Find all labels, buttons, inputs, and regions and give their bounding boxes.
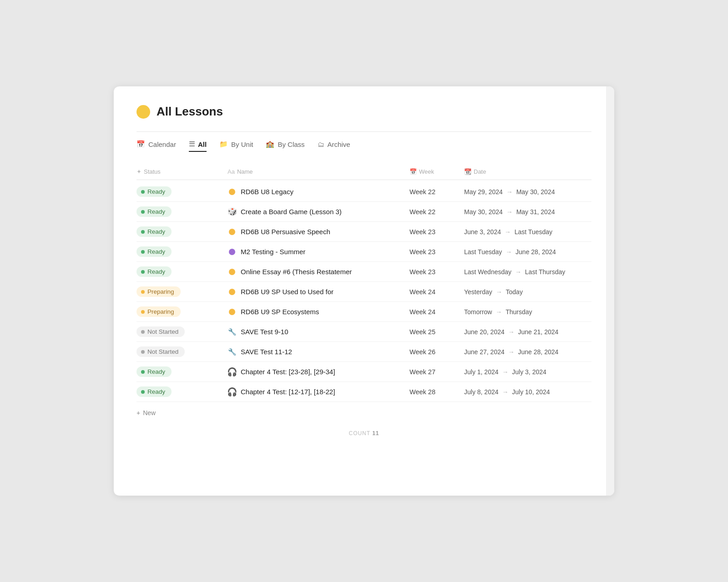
lesson-name: Chapter 4 Test: [12-17], [18-22] xyxy=(241,388,335,396)
lessons-table: ✦ Status Aa Name 📅 Week 📆 Date Ready xyxy=(136,166,592,419)
lesson-dot-icon xyxy=(228,289,237,295)
status-cell: Ready xyxy=(136,226,228,237)
lesson-dot-icon xyxy=(228,229,237,235)
week-cell: Week 23 xyxy=(410,248,464,256)
tab-calendar-label: Calendar xyxy=(148,140,176,148)
count-footer: COUNT 11 xyxy=(136,430,592,436)
name-cell[interactable]: M2 Testing - Summer xyxy=(228,248,410,256)
week-cell: Week 25 xyxy=(410,328,464,336)
week-cell: Week 24 xyxy=(410,288,464,296)
date-cell: May 29, 2024 → May 30, 2024 xyxy=(464,188,592,196)
table-row[interactable]: Not Started 🔧 SAVE Test 11-12 Week 26 Ju… xyxy=(136,342,592,362)
name-cell[interactable]: 🎲 Create a Board Game (Lesson 3) xyxy=(228,207,410,216)
status-badge: Ready xyxy=(136,246,172,257)
table-row[interactable]: Ready Online Essay #6 (Thesis Restatemer… xyxy=(136,262,592,282)
tab-all-label: All xyxy=(198,140,207,148)
arrow-icon: → xyxy=(504,248,514,256)
name-cell[interactable]: RD6B U8 Legacy xyxy=(228,188,410,196)
badge-dot xyxy=(141,350,145,354)
arrow-icon: → xyxy=(505,208,515,216)
table-row[interactable]: Ready 🎧 Chapter 4 Test: [23-28], [29-34]… xyxy=(136,362,592,382)
week-cell: Week 28 xyxy=(410,388,464,396)
date-cell: June 3, 2024 → Last Tuesday xyxy=(464,228,592,236)
name-cell[interactable]: 🎧 Chapter 4 Test: [12-17], [18-22] xyxy=(228,387,410,397)
status-label: Preparing xyxy=(147,308,174,315)
status-label: Ready xyxy=(147,388,165,395)
name-cell[interactable]: Online Essay #6 (Thesis Restatemer xyxy=(228,268,410,276)
arrow-icon: → xyxy=(500,388,511,396)
lesson-dot-icon xyxy=(228,249,237,255)
date-col-icon: 📆 xyxy=(464,168,471,175)
badge-dot xyxy=(141,310,145,314)
status-label: Ready xyxy=(147,248,165,255)
col-status-header: ✦ Status xyxy=(136,168,228,175)
table-row[interactable]: Preparing RD6B U9 SP Ecosystems Week 24 … xyxy=(136,302,592,322)
table-row[interactable]: Ready M2 Testing - Summer Week 23 Last T… xyxy=(136,242,592,262)
page-header: All Lessons xyxy=(136,105,592,119)
svg-point-0 xyxy=(229,189,235,195)
tab-by-unit[interactable]: 📁 By Unit xyxy=(219,140,253,152)
badge-dot xyxy=(141,290,145,294)
week-cell: Week 27 xyxy=(410,368,464,376)
tab-by-class[interactable]: 🏫 By Class xyxy=(266,140,304,152)
headphone-icon: 🎧 xyxy=(228,367,237,377)
col-date-label: Date xyxy=(474,168,486,175)
date-cell: June 27, 2024 → June 28, 2024 xyxy=(464,348,592,356)
name-cell[interactable]: RD6B U9 SP Ecosystems xyxy=(228,308,410,316)
status-cell: Ready xyxy=(136,206,228,217)
arrow-icon: → xyxy=(494,288,504,296)
new-label: New xyxy=(143,409,156,416)
status-badge: Not Started xyxy=(136,346,185,357)
table-row[interactable]: Ready RD6B U8 Persuasive Speech Week 23 … xyxy=(136,222,592,242)
date-cell: July 8, 2024 → July 10, 2024 xyxy=(464,388,592,396)
name-cell[interactable]: RD6B U8 Persuasive Speech xyxy=(228,228,410,236)
tab-all[interactable]: ☰ All xyxy=(189,140,207,152)
table-row[interactable]: Ready RD6B U8 Legacy Week 22 May 29, 202… xyxy=(136,182,592,202)
name-cell[interactable]: 🎧 Chapter 4 Test: [23-28], [29-34] xyxy=(228,367,410,377)
list-icon: ☰ xyxy=(189,140,195,148)
status-cell: Not Started xyxy=(136,346,228,357)
lesson-name: RD6B U8 Persuasive Speech xyxy=(241,228,330,236)
name-cell[interactable]: 🔧 SAVE Test 9-10 xyxy=(228,328,410,336)
lesson-name: Online Essay #6 (Thesis Restatemer xyxy=(241,268,352,276)
arrow-icon: → xyxy=(506,328,516,336)
header-divider xyxy=(136,131,592,132)
tab-archive[interactable]: 🗂 Archive xyxy=(318,140,350,152)
status-badge: Not Started xyxy=(136,326,185,337)
status-badge: Ready xyxy=(136,186,172,197)
name-cell[interactable]: RD6B U9 SP Used to Used for xyxy=(228,288,410,296)
new-lesson-button[interactable]: + New xyxy=(136,406,592,419)
status-label: Ready xyxy=(147,368,165,375)
table-row[interactable]: Ready 🎧 Chapter 4 Test: [12-17], [18-22]… xyxy=(136,382,592,402)
table-row[interactable]: Ready 🎲 Create a Board Game (Lesson 3) W… xyxy=(136,202,592,222)
lesson-emoji-icon: 🎲 xyxy=(228,207,237,216)
tab-calendar[interactable]: 📅 Calendar xyxy=(136,140,176,152)
date-cell: July 1, 2024 → July 3, 2024 xyxy=(464,368,592,376)
lesson-name: SAVE Test 11-12 xyxy=(241,348,292,356)
status-label: Not Started xyxy=(147,328,178,335)
week-cell: Week 22 xyxy=(410,208,464,216)
status-label: Ready xyxy=(147,188,165,195)
status-label: Ready xyxy=(147,208,165,215)
name-cell[interactable]: 🔧 SAVE Test 11-12 xyxy=(228,348,410,356)
col-status-label: Status xyxy=(144,168,161,175)
table-row[interactable]: Not Started 🔧 SAVE Test 9-10 Week 25 Jun… xyxy=(136,322,592,342)
table-body: Ready RD6B U8 Legacy Week 22 May 29, 202… xyxy=(136,182,592,402)
status-cell: Preparing xyxy=(136,286,228,297)
arrow-icon: → xyxy=(500,368,511,376)
wrench-icon: 🔧 xyxy=(228,328,237,336)
lesson-name: M2 Testing - Summer xyxy=(241,248,305,256)
svg-point-5 xyxy=(229,309,235,315)
col-date-header: 📆 Date xyxy=(464,168,592,175)
status-badge: Ready xyxy=(136,386,172,397)
lesson-name: Create a Board Game (Lesson 3) xyxy=(241,208,342,216)
lesson-name: RD6B U9 SP Used to Used for xyxy=(241,288,334,296)
arrow-icon: → xyxy=(494,308,504,316)
badge-dot xyxy=(141,230,145,234)
calendar-icon: 📅 xyxy=(136,140,145,148)
status-label: Ready xyxy=(147,228,165,235)
week-cell: Week 23 xyxy=(410,228,464,236)
table-row[interactable]: Preparing RD6B U9 SP Used to Used for We… xyxy=(136,282,592,302)
status-label: Ready xyxy=(147,268,165,275)
badge-dot xyxy=(141,190,145,194)
